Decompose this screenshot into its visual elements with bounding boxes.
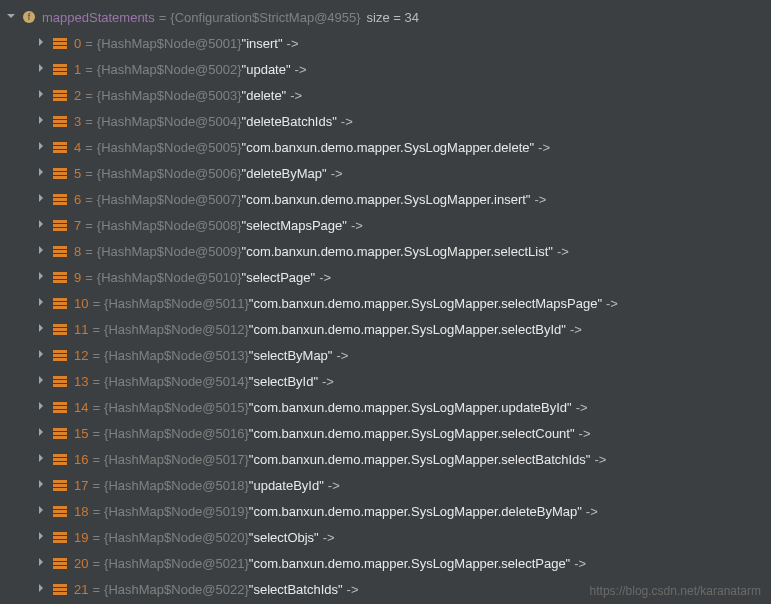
entry-key: "insert" xyxy=(242,36,283,51)
map-entry-icon xyxy=(52,530,68,544)
svg-rect-18 xyxy=(53,172,67,175)
arrow-suffix: -> xyxy=(576,400,588,415)
entry-index: 4 xyxy=(74,140,81,155)
svg-rect-15 xyxy=(53,146,67,149)
arrow-suffix: -> xyxy=(594,452,606,467)
entry-index: 18 xyxy=(74,504,88,519)
tree-row[interactable]: 16={HashMap$Node@5017} "com.banxun.demo.… xyxy=(6,446,771,472)
svg-rect-7 xyxy=(53,72,67,75)
arrow-suffix: -> xyxy=(347,582,359,597)
entry-index: 16 xyxy=(74,452,88,467)
entry-key: "selectMapsPage" xyxy=(242,218,347,233)
entry-key: "delete" xyxy=(242,88,287,103)
svg-rect-52 xyxy=(53,462,67,465)
tree-row[interactable]: 4={HashMap$Node@5005} "com.banxun.demo.m… xyxy=(6,134,771,160)
tree-row[interactable]: 1={HashMap$Node@5002} "update" -> xyxy=(6,56,771,82)
svg-rect-53 xyxy=(53,480,67,483)
expand-arrow-right-icon[interactable] xyxy=(36,505,48,517)
tree-row[interactable]: 11={HashMap$Node@5012} "com.banxun.demo.… xyxy=(6,316,771,342)
equals-sign: = xyxy=(92,400,100,415)
entry-index: 21 xyxy=(74,582,88,597)
arrow-suffix: -> xyxy=(322,374,334,389)
svg-rect-29 xyxy=(53,272,67,275)
tree-row[interactable]: 12={HashMap$Node@5013} "selectByMap" -> xyxy=(6,342,771,368)
node-reference: {HashMap$Node@5017} xyxy=(104,452,249,467)
tree-row[interactable]: 17={HashMap$Node@5018} "updateById" -> xyxy=(6,472,771,498)
expand-arrow-right-icon[interactable] xyxy=(36,531,48,543)
expand-arrow-right-icon[interactable] xyxy=(36,271,48,283)
expand-arrow-right-icon[interactable] xyxy=(36,89,48,101)
expand-arrow-right-icon[interactable] xyxy=(36,245,48,257)
expand-arrow-right-icon[interactable] xyxy=(36,219,48,231)
expand-arrow-right-icon[interactable] xyxy=(36,115,48,127)
expand-arrow-down-icon[interactable] xyxy=(6,11,18,23)
entry-key: "com.banxun.demo.mapper.SysLogMapper.del… xyxy=(242,140,535,155)
tree-row[interactable]: 0={HashMap$Node@5001} "insert" -> xyxy=(6,30,771,56)
equals-sign: = xyxy=(85,140,93,155)
tree-row[interactable]: 8={HashMap$Node@5009} "com.banxun.demo.m… xyxy=(6,238,771,264)
tree-row[interactable]: 18={HashMap$Node@5019} "com.banxun.demo.… xyxy=(6,498,771,524)
equals-sign: = xyxy=(85,88,93,103)
entry-key: "com.banxun.demo.mapper.SysLogMapper.sel… xyxy=(249,452,591,467)
expand-arrow-right-icon[interactable] xyxy=(36,583,48,595)
expand-arrow-right-icon[interactable] xyxy=(36,375,48,387)
map-entry-icon xyxy=(52,270,68,284)
entry-key: "update" xyxy=(242,62,291,77)
equals-sign: = xyxy=(92,556,100,571)
tree-row[interactable]: 7={HashMap$Node@5008} "selectMapsPage" -… xyxy=(6,212,771,238)
expand-arrow-right-icon[interactable] xyxy=(36,349,48,361)
arrow-suffix: -> xyxy=(319,270,331,285)
entry-key: "com.banxun.demo.mapper.SysLogMapper.sel… xyxy=(249,426,575,441)
svg-rect-35 xyxy=(53,324,67,327)
svg-rect-27 xyxy=(53,250,67,253)
expand-arrow-right-icon[interactable] xyxy=(36,401,48,413)
tree-row[interactable]: 15={HashMap$Node@5016} "com.banxun.demo.… xyxy=(6,420,771,446)
tree-row[interactable]: 13={HashMap$Node@5014} "selectById" -> xyxy=(6,368,771,394)
svg-rect-5 xyxy=(53,64,67,67)
svg-rect-8 xyxy=(53,90,67,93)
node-reference: {HashMap$Node@5005} xyxy=(97,140,242,155)
expand-arrow-right-icon[interactable] xyxy=(36,193,48,205)
svg-rect-9 xyxy=(53,94,67,97)
entry-index: 0 xyxy=(74,36,81,51)
entry-key: "selectByMap" xyxy=(249,348,333,363)
map-entry-icon xyxy=(52,192,68,206)
expand-arrow-right-icon[interactable] xyxy=(36,453,48,465)
expand-arrow-right-icon[interactable] xyxy=(36,323,48,335)
map-entry-icon xyxy=(52,348,68,362)
expand-arrow-right-icon[interactable] xyxy=(36,479,48,491)
tree-root-row[interactable]: f mappedStatements = {Configuration$Stri… xyxy=(6,4,771,30)
svg-rect-42 xyxy=(53,380,67,383)
expand-arrow-right-icon[interactable] xyxy=(36,297,48,309)
tree-row[interactable]: 19={HashMap$Node@5020} "selectObjs" -> xyxy=(6,524,771,550)
entry-key: "selectBatchIds" xyxy=(249,582,343,597)
tree-row[interactable]: 3={HashMap$Node@5004} "deleteBatchIds" -… xyxy=(6,108,771,134)
entry-index: 17 xyxy=(74,478,88,493)
expand-arrow-right-icon[interactable] xyxy=(36,557,48,569)
map-entry-icon xyxy=(52,374,68,388)
tree-row[interactable]: 5={HashMap$Node@5006} "deleteByMap" -> xyxy=(6,160,771,186)
svg-rect-54 xyxy=(53,484,67,487)
equals-sign: = xyxy=(85,166,93,181)
svg-rect-14 xyxy=(53,142,67,145)
tree-row[interactable]: 10={HashMap$Node@5011} "com.banxun.demo.… xyxy=(6,290,771,316)
map-entry-icon xyxy=(52,322,68,336)
tree-row[interactable]: 20={HashMap$Node@5021} "com.banxun.demo.… xyxy=(6,550,771,576)
tree-row[interactable]: 6={HashMap$Node@5007} "com.banxun.demo.m… xyxy=(6,186,771,212)
expand-arrow-right-icon[interactable] xyxy=(36,37,48,49)
arrow-suffix: -> xyxy=(606,296,618,311)
expand-arrow-right-icon[interactable] xyxy=(36,427,48,439)
expand-arrow-right-icon[interactable] xyxy=(36,63,48,75)
expand-arrow-right-icon[interactable] xyxy=(36,167,48,179)
node-reference: {HashMap$Node@5011} xyxy=(104,296,249,311)
svg-rect-24 xyxy=(53,224,67,227)
entry-index: 7 xyxy=(74,218,81,233)
tree-row[interactable]: 14={HashMap$Node@5015} "com.banxun.demo.… xyxy=(6,394,771,420)
equals-sign: = xyxy=(92,322,100,337)
tree-row[interactable]: 9={HashMap$Node@5010} "selectPage" -> xyxy=(6,264,771,290)
arrow-suffix: -> xyxy=(341,114,353,129)
svg-rect-17 xyxy=(53,168,67,171)
expand-arrow-right-icon[interactable] xyxy=(36,141,48,153)
svg-rect-56 xyxy=(53,506,67,509)
tree-row[interactable]: 2={HashMap$Node@5003} "delete" -> xyxy=(6,82,771,108)
